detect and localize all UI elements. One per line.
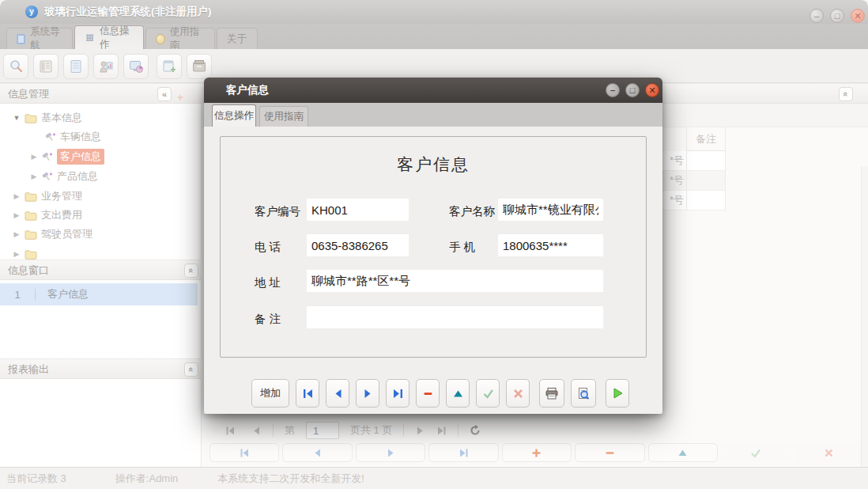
selected-tree-label: 客户信息	[57, 149, 104, 165]
system-message: 本系统支持二次开发和全新开发!	[217, 472, 364, 486]
delete-record-wide-button[interactable]	[575, 443, 644, 462]
collapse-sidebar-button[interactable]: «	[157, 87, 172, 101]
cancel-wide-button[interactable]	[794, 443, 864, 462]
grid-remark-cell[interactable]	[687, 151, 725, 171]
add-record-wide-button[interactable]	[502, 443, 572, 462]
confirm-icon[interactable]	[476, 379, 500, 408]
preview-icon[interactable]	[571, 379, 596, 408]
tree-item-expenses[interactable]: ▶ 支出费用	[13, 207, 82, 224]
tree-item-partial[interactable]: ▶	[13, 245, 37, 260]
dialog-tabbar: 信息操作 使用指南	[204, 103, 662, 127]
last-record-icon[interactable]	[386, 379, 409, 408]
collapse-windows-button[interactable]: «	[184, 263, 198, 278]
close-button[interactable]: ✕	[851, 9, 865, 23]
last-record-wide-button[interactable]	[428, 443, 498, 462]
mobile-field[interactable]	[498, 234, 603, 256]
vertical-scrollbar[interactable]	[861, 166, 868, 489]
minimize-button[interactable]: –	[810, 9, 824, 23]
search-icon[interactable]	[3, 54, 28, 79]
user-chart-icon[interactable]	[93, 54, 119, 79]
dialog-title: 客户信息	[226, 78, 269, 103]
next-record-wide-button[interactable]	[356, 443, 425, 462]
customer-id-label: 客户编号	[255, 204, 300, 219]
prev-record-icon[interactable]	[326, 379, 349, 408]
folder-icon	[25, 229, 37, 240]
remark-field[interactable]	[307, 306, 603, 328]
print-icon[interactable]	[539, 379, 564, 408]
cancel-icon[interactable]	[506, 379, 530, 408]
window-icon	[17, 34, 25, 44]
tab-info-operate[interactable]: 信息操作	[74, 25, 144, 49]
dialog-minimize-button[interactable]: –	[606, 83, 620, 97]
chevron-right-icon[interactable]: ▶	[13, 211, 21, 219]
first-page-icon[interactable]	[225, 426, 236, 436]
first-record-wide-button[interactable]	[209, 443, 279, 462]
report-icon[interactable]	[33, 54, 58, 79]
customer-name-field[interactable]	[498, 199, 603, 221]
windows-panel-header: 信息窗口 «	[0, 260, 202, 280]
grid-column-divider	[725, 127, 726, 210]
address-label: 地 址	[255, 275, 281, 290]
chevron-right-icon[interactable]: ▶	[13, 230, 21, 238]
tab-user-guide[interactable]: 使用指南	[145, 28, 215, 49]
tab-about[interactable]: 关于	[217, 28, 258, 49]
delete-icon[interactable]	[416, 379, 440, 408]
dialog-toolbar: 增加	[251, 379, 629, 408]
maximize-button[interactable]: □	[830, 9, 844, 23]
add-button[interactable]: 增加	[251, 379, 289, 408]
collapse-reports-button[interactable]: «	[184, 362, 198, 377]
document-icon[interactable]	[63, 54, 89, 79]
dialog-close-button[interactable]: ✕	[645, 83, 659, 97]
chevron-right-icon: ▶	[13, 250, 21, 258]
record-count-status: 当前记录数 3	[6, 472, 66, 486]
open-window-index: 1	[0, 289, 36, 301]
monitor-pie-icon[interactable]	[123, 54, 149, 79]
tab-system-nav[interactable]: 系统导航	[6, 28, 73, 49]
main-titlebar: y 玻璃行业运输管理系统(非注册用户) – □ ✕	[0, 0, 868, 24]
prev-record-wide-button[interactable]	[282, 443, 352, 462]
tree-item-vehicle-info[interactable]: 车辆信息	[45, 128, 101, 146]
tree-item-customer-info[interactable]: ▶ 客户信息	[30, 148, 104, 165]
reports-panel-header: 报表输出 «	[0, 358, 202, 379]
customer-id-field[interactable]	[307, 199, 409, 221]
dialog-tab-info-operate[interactable]: 信息操作	[212, 104, 256, 127]
address-field[interactable]	[307, 270, 603, 292]
add-window-icon[interactable]	[157, 54, 182, 79]
tree-item-basic-info[interactable]: ▼ 基本信息	[13, 109, 82, 127]
chevron-right-icon[interactable]: ▶	[30, 153, 38, 161]
chevron-right-icon[interactable]: ▶	[30, 172, 38, 180]
prev-page-icon[interactable]	[251, 426, 262, 436]
first-record-icon[interactable]	[296, 379, 319, 408]
open-window-row[interactable]: 1 客户信息	[0, 283, 198, 305]
tree-item-driver-mgmt[interactable]: ▶ 驾驶员管理	[13, 226, 92, 243]
collapse-content-button[interactable]: «	[839, 87, 853, 101]
run-icon[interactable]	[606, 379, 629, 408]
last-page-icon[interactable]	[436, 426, 447, 436]
operator-status: 操作者:Admin	[115, 472, 178, 486]
confirm-wide-button[interactable]	[721, 443, 791, 462]
mobile-label: 手 机	[449, 240, 475, 255]
next-page-icon[interactable]	[415, 426, 425, 436]
folder-icon	[25, 113, 37, 123]
grid-remark-cell[interactable]	[687, 191, 725, 210]
tree-item-product-info[interactable]: ▶ 产品信息	[30, 168, 98, 185]
folder-icon	[25, 191, 37, 202]
dialog-maximize-button[interactable]: □	[625, 83, 640, 97]
chevron-right-icon[interactable]: ▶	[13, 192, 21, 200]
phone-field[interactable]	[307, 234, 409, 256]
next-record-icon[interactable]	[356, 379, 379, 408]
archive-icon[interactable]	[187, 54, 212, 79]
chevron-down-icon[interactable]: ▼	[13, 114, 21, 122]
page-number-input[interactable]	[306, 422, 339, 439]
dialog-tab-user-guide[interactable]: 使用指南	[259, 106, 308, 127]
status-bar: 当前记录数 3 操作者:Admin 本系统支持二次开发和全新开发!	[0, 467, 868, 489]
app-window: y 玻璃行业运输管理系统(非注册用户) – □ ✕ 系统导航 信息操作 使用指南…	[0, 0, 868, 489]
move-up-icon[interactable]	[446, 379, 470, 408]
grid-remark-cell[interactable]	[687, 171, 725, 191]
tree-item-business-mgmt[interactable]: ▶ 业务管理	[13, 188, 82, 205]
grid-icon	[85, 32, 95, 43]
refresh-icon[interactable]	[470, 425, 481, 436]
dialog-titlebar: 客户信息 – □ ✕	[204, 78, 662, 103]
move-up-wide-button[interactable]	[648, 443, 718, 462]
folder-icon	[25, 210, 37, 221]
